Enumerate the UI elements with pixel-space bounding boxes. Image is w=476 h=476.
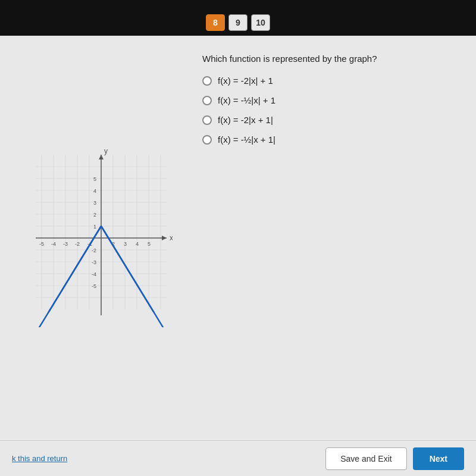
radio-b[interactable]: [202, 96, 212, 105]
svg-text:-3: -3: [63, 241, 68, 247]
save-exit-button[interactable]: Save and Exit: [325, 447, 406, 470]
bottom-buttons: Save and Exit Next: [325, 447, 464, 470]
svg-text:4: 4: [93, 188, 96, 194]
question-area: Which function is represented by the gra…: [202, 48, 458, 428]
svg-text:-3: -3: [92, 259, 96, 265]
nav-btn-10[interactable]: 10: [251, 14, 270, 31]
option-c-label: f(x) = -2|x + 1|: [218, 115, 273, 125]
option-c[interactable]: f(x) = -2|x + 1|: [202, 115, 458, 125]
svg-text:-2: -2: [92, 248, 96, 253]
radio-a[interactable]: [202, 76, 212, 86]
option-a-label: f(x) = -2|x| + 1: [218, 76, 273, 86]
radio-d[interactable]: [202, 135, 212, 145]
svg-text:y: y: [104, 149, 108, 155]
option-d-label: f(x) = -½|x + 1|: [218, 134, 275, 145]
svg-text:-2: -2: [75, 241, 80, 247]
svg-text:5: 5: [93, 176, 96, 182]
option-a[interactable]: f(x) = -2|x| + 1: [202, 76, 458, 86]
svg-text:-5: -5: [39, 241, 44, 247]
svg-text:-4: -4: [51, 241, 56, 247]
skip-link[interactable]: k this and return: [12, 454, 67, 463]
nav-btn-9[interactable]: 9: [228, 14, 248, 31]
svg-text:3: 3: [93, 200, 96, 206]
svg-text:-4: -4: [92, 271, 96, 277]
nav-btn-8[interactable]: 8: [206, 14, 225, 31]
svg-text:1: 1: [93, 224, 96, 230]
svg-text:-5: -5: [92, 283, 96, 289]
options-list: f(x) = -2|x| + 1 f(x) = -½|x| + 1 f(x) =…: [202, 76, 458, 145]
graph-area: x y -5 -4 -3 -2 -1 2 3 4 5 5: [18, 48, 184, 428]
option-b[interactable]: f(x) = -½|x| + 1: [202, 95, 458, 105]
coordinate-graph: x y -5 -4 -3 -2 -1 2 3 4 5 5: [30, 149, 173, 327]
radio-c[interactable]: [202, 115, 212, 125]
content-area: x y -5 -4 -3 -2 -1 2 3 4 5 5: [0, 36, 476, 440]
graph-container: x y -5 -4 -3 -2 -1 2 3 4 5 5: [30, 149, 173, 327]
top-nav-bar: 8 9 10: [0, 0, 476, 36]
question-navigation: 8 9 10: [206, 14, 270, 31]
question-text: Which function is represented by the gra…: [202, 54, 458, 64]
svg-text:2: 2: [93, 212, 96, 218]
svg-text:4: 4: [136, 241, 139, 247]
option-b-label: f(x) = -½|x| + 1: [218, 95, 275, 105]
svg-text:x: x: [170, 234, 173, 242]
next-button[interactable]: Next: [413, 447, 464, 470]
bottom-bar: k this and return Save and Exit Next: [0, 440, 476, 476]
option-d[interactable]: f(x) = -½|x + 1|: [202, 134, 458, 145]
svg-text:3: 3: [124, 241, 127, 247]
svg-text:5: 5: [148, 241, 151, 247]
